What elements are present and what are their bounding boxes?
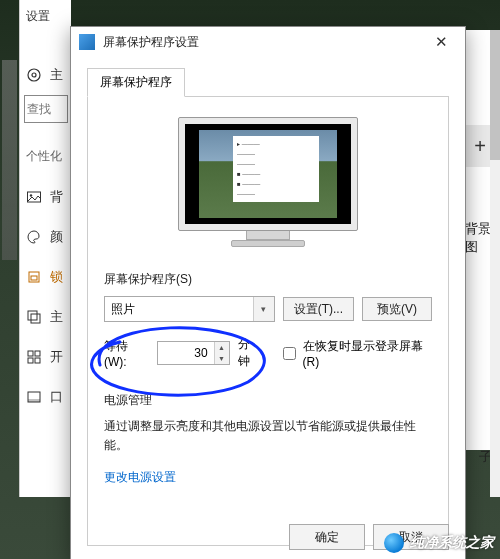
svg-rect-7 — [31, 314, 40, 323]
screensaver-icon — [79, 34, 95, 50]
ok-button[interactable]: 确定 — [289, 524, 365, 550]
sidebar-item-themes[interactable]: 主 — [20, 297, 70, 337]
screensaver-settings-button[interactable]: 设置(T)... — [283, 297, 354, 321]
close-icon: ✕ — [435, 33, 448, 50]
palette-icon — [26, 229, 42, 245]
svg-rect-9 — [35, 351, 40, 356]
svg-point-3 — [30, 194, 32, 196]
sidebar-item-label: 主 — [50, 308, 63, 326]
taskbar-icon — [26, 389, 42, 405]
watermark-logo-icon — [384, 533, 404, 553]
svg-rect-13 — [28, 399, 40, 402]
sidebar-item-label: 颜 — [50, 228, 63, 246]
close-button[interactable]: ✕ — [421, 28, 461, 56]
tab-panel: ▸ ——— ——— ——— ■ ——— ■ ——— ——— 屏幕保护程序(S) — [87, 96, 449, 546]
vertical-scrollbar[interactable] — [490, 30, 500, 497]
watermark: 纯净系统之家 — [384, 533, 494, 553]
search-input[interactable] — [24, 95, 68, 123]
change-power-settings-link[interactable]: 更改电源设置 — [104, 470, 176, 484]
sidebar-item-lockscreen[interactable]: 锁 — [20, 257, 70, 297]
sidebar-item-start[interactable]: 开 — [20, 337, 70, 377]
sidebar-item-background[interactable]: 背 — [20, 177, 70, 217]
gear-icon — [26, 67, 42, 83]
power-management-desc: 通过调整显示亮度和其他电源设置以节省能源或提供最佳性能。 — [104, 417, 432, 455]
combo-value: 照片 — [111, 301, 135, 318]
sidebar-category: 个性化 — [26, 148, 70, 165]
start-icon — [26, 349, 42, 365]
monitor-preview: ▸ ——— ——— ——— ■ ——— ■ ——— ——— — [178, 117, 358, 247]
sidebar-home-label: 主 — [50, 66, 63, 84]
wait-label: 等待(W): — [104, 338, 149, 369]
svg-rect-6 — [28, 311, 37, 320]
spin-down-button[interactable]: ▼ — [215, 353, 229, 364]
wait-unit: 分钟 — [238, 336, 261, 370]
spin-up-button[interactable]: ▲ — [215, 342, 229, 353]
svg-rect-10 — [28, 358, 33, 363]
svg-point-1 — [32, 73, 36, 77]
screensaver-dialog: 屏幕保护程序设置 ✕ 屏幕保护程序 ▸ ——— ——— ——— ■ ——— ■ … — [70, 26, 466, 559]
sidebar-item-label: 背 — [50, 188, 63, 206]
svg-rect-5 — [31, 276, 37, 280]
wait-spinner: ▲ ▼ — [157, 341, 230, 365]
chevron-down-icon: ▾ — [253, 297, 274, 321]
sidebar-item-label: 开 — [50, 348, 63, 366]
dialog-body: 屏幕保护程序 ▸ ——— ——— ——— ■ ——— ■ ——— ——— — [71, 57, 465, 558]
dialog-titlebar: 屏幕保护程序设置 ✕ — [71, 27, 465, 57]
image-icon — [26, 189, 42, 205]
screensaver-group-label: 屏幕保护程序(S) — [104, 271, 432, 288]
watermark-text: 纯净系统之家 — [410, 534, 494, 552]
resume-label-text: 在恢复时显示登录屏幕(R) — [303, 338, 433, 369]
resume-checkbox[interactable] — [283, 347, 296, 360]
settings-sidebar: 主 个性化 背 颜 锁 主 开 口 — [20, 55, 70, 417]
sidebar-home[interactable]: 主 — [20, 55, 70, 95]
sidebar-item-taskbar[interactable]: 口 — [20, 377, 70, 417]
svg-point-0 — [28, 69, 40, 81]
sidebar-item-label: 锁 — [50, 268, 63, 286]
dialog-title: 屏幕保护程序设置 — [103, 34, 421, 51]
wait-input[interactable] — [158, 342, 214, 364]
tab-screensaver[interactable]: 屏幕保护程序 — [87, 68, 185, 97]
settings-window-title: 设置 — [26, 8, 50, 25]
screensaver-preview-button[interactable]: 预览(V) — [362, 297, 432, 321]
scrollbar-thumb[interactable] — [490, 30, 500, 160]
resume-checkbox-label[interactable]: 在恢复时显示登录屏幕(R) — [279, 338, 433, 369]
power-management-heading: 电源管理 — [104, 392, 432, 409]
sidebar-item-colors[interactable]: 颜 — [20, 217, 70, 257]
theme-icon — [26, 309, 42, 325]
lock-icon — [26, 269, 42, 285]
svg-rect-11 — [35, 358, 40, 363]
screensaver-combo[interactable]: 照片 ▾ — [104, 296, 275, 322]
sidebar-item-label: 口 — [50, 388, 63, 406]
sidebar-search — [24, 95, 70, 123]
svg-rect-8 — [28, 351, 33, 356]
